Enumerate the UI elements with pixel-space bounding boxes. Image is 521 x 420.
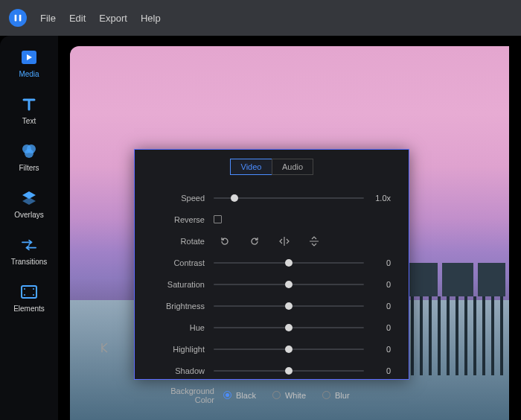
sidebar-item-transitions[interactable]: Transitions bbox=[7, 237, 51, 266]
sidebar-item-label: Text bbox=[22, 117, 36, 125]
sidebar-item-elements[interactable]: Elements bbox=[7, 284, 51, 313]
contrast-label: Contrast bbox=[153, 258, 214, 267]
menu-edit[interactable]: Edit bbox=[69, 13, 86, 24]
brightness-label: Brightness bbox=[153, 302, 214, 311]
highlight-slider[interactable] bbox=[214, 349, 364, 350]
svg-point-9 bbox=[33, 288, 34, 290]
speed-slider[interactable] bbox=[214, 197, 364, 199]
svg-point-7 bbox=[24, 288, 25, 290]
saturation-label: Saturation bbox=[153, 280, 214, 289]
shadow-label: Shadow bbox=[153, 366, 214, 375]
bg-color-blur-radio[interactable]: Blur bbox=[322, 391, 350, 400]
svg-rect-6 bbox=[22, 286, 36, 298]
menu-help[interactable]: Help bbox=[141, 13, 161, 24]
filters-icon bbox=[21, 143, 37, 159]
svg-rect-1 bbox=[19, 15, 22, 22]
tab-video[interactable]: Video bbox=[230, 159, 272, 175]
highlight-label: Highlight bbox=[153, 345, 214, 354]
hue-slider[interactable] bbox=[214, 327, 364, 328]
reverse-checkbox[interactable] bbox=[214, 215, 222, 223]
sidebar-item-label: Filters bbox=[19, 164, 39, 172]
flip-vertical-icon[interactable] bbox=[303, 235, 325, 248]
sidebar-item-label: Transitions bbox=[11, 258, 48, 266]
shadow-value: 0 bbox=[364, 366, 391, 375]
overlays-icon bbox=[21, 190, 37, 206]
hue-label: Hue bbox=[153, 323, 214, 332]
sidebar-item-overlays[interactable]: Overlays bbox=[7, 190, 51, 219]
svg-point-8 bbox=[24, 294, 25, 296]
menubar: File Edit Export Help bbox=[0, 0, 521, 36]
flip-horizontal-icon[interactable] bbox=[273, 235, 295, 248]
contrast-value: 0 bbox=[364, 258, 391, 267]
tab-audio[interactable]: Audio bbox=[272, 159, 313, 175]
contrast-slider[interactable] bbox=[214, 262, 364, 264]
shadow-slider[interactable] bbox=[214, 370, 364, 372]
svg-rect-0 bbox=[15, 15, 17, 22]
previous-button[interactable] bbox=[98, 341, 112, 354]
brightness-slider[interactable] bbox=[214, 305, 364, 307]
sidebar-item-label: Media bbox=[19, 70, 39, 78]
svg-point-10 bbox=[33, 294, 34, 296]
elements-icon bbox=[21, 284, 37, 300]
bg-color-white-radio[interactable]: White bbox=[272, 391, 306, 400]
saturation-slider[interactable] bbox=[214, 284, 364, 285]
reverse-label: Reverse bbox=[153, 215, 214, 224]
video-settings-panel: Video Audio Speed 1.0x Reverse Rotate bbox=[134, 149, 409, 380]
text-icon bbox=[21, 96, 37, 112]
sidebar-item-filters[interactable]: Filters bbox=[7, 143, 51, 172]
hue-value: 0 bbox=[364, 323, 391, 332]
transitions-icon bbox=[21, 237, 37, 253]
speed-label: Speed bbox=[153, 194, 214, 203]
highlight-value: 0 bbox=[364, 345, 391, 354]
app-logo bbox=[9, 9, 27, 27]
speed-value: 1.0x bbox=[364, 194, 391, 203]
brightness-value: 0 bbox=[364, 302, 391, 311]
sidebar-item-label: Elements bbox=[13, 305, 45, 313]
rotate-cw-icon[interactable] bbox=[243, 235, 266, 248]
menu-file[interactable]: File bbox=[40, 13, 56, 24]
sidebar: Media Text Filters Overlays Transitions bbox=[0, 36, 58, 420]
sidebar-item-text[interactable]: Text bbox=[7, 96, 51, 125]
sidebar-item-label: Overlays bbox=[14, 211, 43, 219]
rotate-label: Rotate bbox=[153, 237, 214, 246]
svg-point-5 bbox=[25, 149, 33, 158]
panel-tabs: Video Audio bbox=[135, 150, 409, 175]
menu-export[interactable]: Export bbox=[99, 13, 127, 24]
sidebar-item-media[interactable]: Media bbox=[7, 49, 51, 78]
media-icon bbox=[21, 49, 37, 66]
rotate-ccw-icon[interactable] bbox=[214, 235, 236, 248]
bg-color-black-radio[interactable]: Black bbox=[223, 391, 256, 400]
bg-color-label: Background Color bbox=[153, 386, 223, 404]
saturation-value: 0 bbox=[364, 280, 391, 289]
